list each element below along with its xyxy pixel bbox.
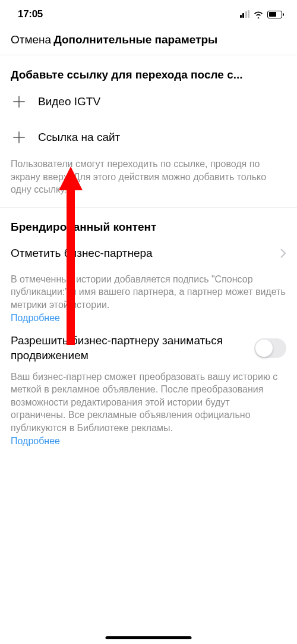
link-description: Пользователи смогут переходить по ссылке…	[11, 155, 286, 207]
home-indicator	[106, 636, 192, 639]
nav-header: Отмена Дополнительные параметры	[0, 26, 297, 55]
branded-section: Брендированный контент Отметить бизнес-п…	[0, 208, 297, 458]
status-bar: 17:05	[0, 0, 297, 26]
page-title: Дополнительные параметры	[53, 33, 217, 46]
chevron-right-icon	[280, 248, 286, 259]
promote-toggle[interactable]	[254, 338, 286, 358]
learn-more-link[interactable]: Подробнее	[11, 435, 60, 448]
add-weblink-row[interactable]: Ссылка на сайт	[11, 120, 286, 155]
battery-icon	[267, 11, 284, 18]
plus-icon	[11, 129, 27, 146]
signal-icon	[240, 11, 250, 18]
branded-section-title: Брендированный контент	[11, 208, 286, 236]
plus-icon	[11, 93, 27, 110]
status-icons	[240, 10, 285, 18]
cancel-button[interactable]: Отмена	[11, 33, 51, 46]
learn-more-link[interactable]: Подробнее	[11, 312, 60, 325]
wifi-icon	[253, 10, 264, 18]
tag-partner-description: В отмеченные истории добавляется подпись…	[11, 271, 286, 326]
link-section: Добавьте ссылку для перехода после с... …	[0, 55, 297, 207]
link-section-title: Добавьте ссылку для перехода после с...	[11, 55, 286, 84]
status-time: 17:05	[18, 8, 43, 20]
tag-partner-row[interactable]: Отметить бизнес-партнера	[11, 236, 286, 271]
promote-description: Ваш бизнес-партнер сможет преобразовать …	[11, 370, 286, 458]
add-igtv-label: Видео IGTV	[38, 95, 100, 108]
tag-partner-label: Отметить бизнес-партнера	[11, 247, 153, 260]
add-igtv-row[interactable]: Видео IGTV	[11, 84, 286, 120]
add-weblink-label: Ссылка на сайт	[38, 131, 120, 144]
promote-toggle-row: Разрешить бизнес-партнеру заниматься про…	[11, 326, 286, 370]
promote-toggle-label: Разрешить бизнес-партнеру заниматься про…	[11, 334, 245, 363]
